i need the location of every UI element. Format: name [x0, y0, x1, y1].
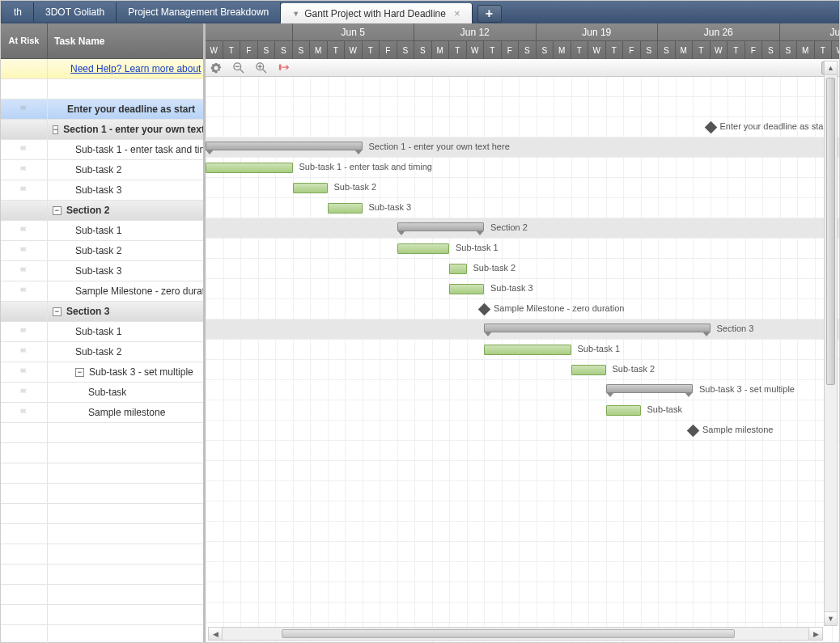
at-risk-cell[interactable] — [1, 120, 48, 139]
at-risk-cell[interactable] — [1, 261, 48, 281]
task-name-cell[interactable]: Sub-task 1 — [48, 221, 203, 240]
at-risk-cell[interactable] — [1, 160, 48, 180]
collapse-toggle[interactable]: − — [75, 368, 84, 377]
scroll-up-button[interactable]: ▲ — [825, 61, 837, 75]
empty-row[interactable] — [1, 504, 203, 524]
tab-1[interactable]: 3DOT Goliath — [34, 2, 117, 22]
task-row[interactable]: Sub-task 3 — [1, 180, 203, 201]
task-name-cell[interactable]: Sub-task 2 — [48, 241, 203, 260]
task-name-cell[interactable]: Sub-task 2 — [48, 342, 203, 362]
tab-3[interactable]: ▼ Gantt Project with Hard Deadline × — [281, 3, 472, 23]
task-row[interactable]: Enter your deadline as start — [1, 99, 203, 120]
task-name-cell[interactable]: −Section 3 — [48, 302, 203, 321]
task-name-cell[interactable]: −Section 1 - enter your own text here — [48, 120, 203, 139]
zoom-out-icon[interactable] — [233, 62, 244, 74]
task-row[interactable]: Sample milestone — [1, 403, 203, 423]
scroll-thumb[interactable] — [282, 629, 735, 638]
task-name-cell[interactable]: Sub-task 1 - enter task and timing — [48, 140, 203, 159]
empty-row[interactable] — [1, 625, 203, 643]
empty-row[interactable] — [1, 443, 203, 463]
task-row[interactable]: −Section 1 - enter your own text here — [1, 120, 203, 140]
add-tab-button[interactable]: + — [477, 5, 502, 23]
task-name-cell[interactable] — [48, 79, 203, 99]
close-icon[interactable]: × — [454, 7, 460, 19]
task-name-cell[interactable]: Sub-task 2 — [48, 160, 203, 180]
scroll-left-button[interactable]: ◀ — [209, 628, 223, 640]
task-bar[interactable] — [449, 284, 484, 294]
at-risk-cell[interactable] — [1, 322, 48, 341]
task-row[interactable]: Sub-task 3 — [1, 261, 203, 281]
task-name-cell[interactable]: Sub-task 3 — [48, 180, 203, 200]
task-name-cell[interactable]: −Section 2 — [48, 201, 203, 220]
task-bar[interactable] — [293, 183, 328, 193]
task-row[interactable]: −Section 3 — [1, 302, 203, 322]
collapse-toggle[interactable]: − — [53, 125, 58, 134]
empty-row[interactable] — [1, 585, 203, 605]
zoom-in-icon[interactable] — [256, 62, 267, 74]
empty-row[interactable] — [1, 484, 203, 504]
at-risk-cell[interactable] — [1, 383, 48, 402]
task-name-cell[interactable]: Sub-task — [48, 383, 203, 402]
task-row[interactable]: −Section 2 — [1, 201, 203, 221]
at-risk-cell[interactable] — [1, 79, 48, 99]
at-risk-cell[interactable] — [1, 221, 48, 240]
task-row[interactable]: Sub-task 2 — [1, 241, 203, 261]
at-risk-cell[interactable] — [1, 281, 48, 301]
tab-2[interactable]: Project Management Breakdown — [117, 2, 281, 22]
scroll-right-button[interactable]: ▶ — [808, 628, 822, 640]
task-row[interactable]: Sample Milestone - zero duration — [1, 281, 203, 302]
empty-row[interactable] — [1, 463, 203, 484]
task-row[interactable]: Sub-task 2 — [1, 160, 203, 180]
horizontal-scrollbar[interactable]: ◀ ▶ — [208, 627, 823, 641]
help-link[interactable]: Need Help? Learn more about — [70, 63, 201, 74]
column-header-at-risk[interactable]: At Risk — [1, 23, 48, 58]
collapse-toggle[interactable]: − — [53, 206, 62, 215]
task-name-cell[interactable]: Sample milestone — [48, 403, 203, 422]
at-risk-cell[interactable] — [1, 201, 48, 220]
at-risk-cell[interactable] — [1, 140, 48, 159]
empty-row[interactable] — [1, 524, 203, 544]
at-risk-cell[interactable] — [1, 59, 48, 78]
task-bar[interactable] — [449, 264, 467, 274]
summary-bar[interactable] — [397, 222, 485, 231]
summary-bar[interactable] — [206, 142, 363, 150]
task-name-cell[interactable]: Enter your deadline as start — [48, 99, 203, 119]
task-bar[interactable] — [206, 163, 293, 173]
task-row[interactable]: −Sub-task 3 - set multiple — [1, 362, 203, 383]
task-row[interactable]: Need Help? Learn more about — [1, 59, 203, 79]
empty-row[interactable] — [1, 605, 203, 625]
goto-today-icon[interactable] — [278, 62, 290, 74]
empty-row[interactable] — [1, 423, 203, 443]
empty-row[interactable] — [1, 544, 203, 565]
summary-bar[interactable] — [606, 384, 694, 393]
task-row[interactable] — [1, 79, 203, 99]
collapse-toggle[interactable]: − — [53, 307, 62, 316]
task-bar[interactable] — [571, 365, 606, 375]
at-risk-cell[interactable] — [1, 362, 48, 382]
task-row[interactable]: Sub-task 1 — [1, 322, 203, 342]
gear-icon[interactable] — [210, 62, 222, 74]
task-row[interactable]: Sub-task 1 - enter task and timing — [1, 140, 203, 160]
task-name-cell[interactable]: −Sub-task 3 - set multiple — [48, 362, 203, 382]
gantt-chart[interactable]: Enter your deadline as startSection 1 - … — [206, 77, 839, 642]
task-row[interactable]: Sub-task 1 — [1, 221, 203, 241]
chevron-down-icon[interactable]: ▼ — [292, 10, 299, 18]
scroll-thumb[interactable] — [826, 78, 835, 385]
tab-0[interactable]: th — [2, 2, 34, 22]
column-header-task-name[interactable]: Task Name — [48, 23, 203, 58]
task-bar[interactable] — [484, 345, 571, 355]
at-risk-cell[interactable] — [1, 241, 48, 260]
vertical-scrollbar[interactable]: ▲ ▼ — [824, 61, 838, 626]
at-risk-cell[interactable] — [1, 99, 48, 119]
empty-row[interactable] — [1, 565, 203, 585]
at-risk-cell[interactable] — [1, 302, 48, 321]
task-name-cell[interactable]: Sub-task 3 — [48, 261, 203, 281]
task-row[interactable]: Sub-task — [1, 383, 203, 403]
task-name-cell[interactable]: Sub-task 1 — [48, 322, 203, 341]
at-risk-cell[interactable] — [1, 403, 48, 422]
task-bar[interactable] — [397, 243, 450, 254]
task-bar[interactable] — [606, 405, 641, 416]
task-name-cell[interactable]: Need Help? Learn more about — [48, 59, 203, 78]
at-risk-cell[interactable] — [1, 342, 48, 362]
task-bar[interactable] — [328, 203, 363, 214]
